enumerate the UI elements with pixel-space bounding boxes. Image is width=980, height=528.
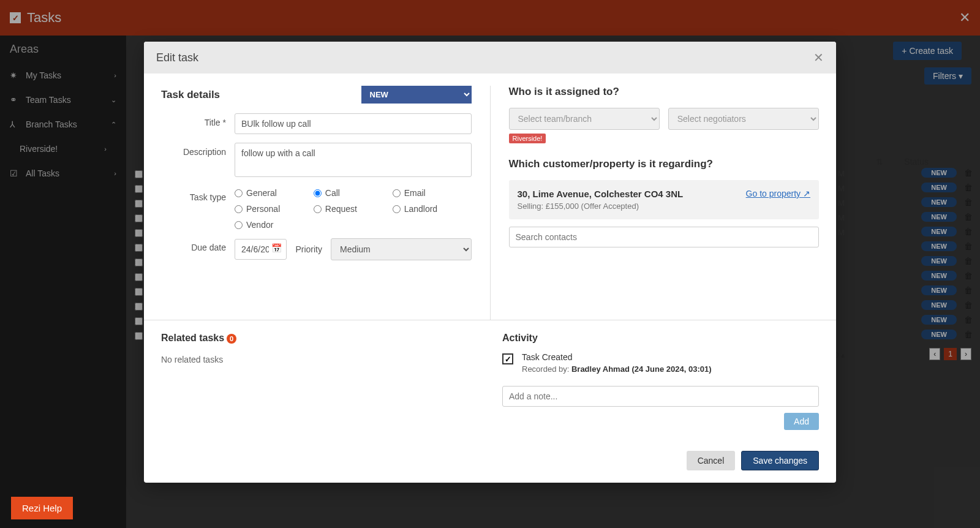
check-icon [502,353,513,364]
search-contacts-input[interactable] [509,227,820,247]
modal-title: Edit task [156,51,198,64]
property-address: 30, Lime Avenue, Colchester CO4 3NL [518,189,684,199]
assigned-heading: Who is it assigned to? [509,86,820,98]
task-type-radios: General Call Email Personal Request Land… [235,188,472,230]
radio-landlord[interactable]: Landlord [393,204,472,214]
rezi-help-button[interactable]: Rezi Help [11,497,73,519]
modal-left-column: Task details NEW Title * Description fol… [161,86,491,320]
title-field[interactable] [235,113,472,134]
radio-email[interactable]: Email [393,188,472,198]
activity-section: Activity Task Created Recorded by: Bradl… [478,333,819,430]
related-tasks-heading: Related tasks0 [161,333,478,344]
edit-task-modal: Edit task ✕ Task details NEW Title * Des… [144,42,836,483]
radio-call[interactable]: Call [314,188,393,198]
modal-close-icon[interactable]: ✕ [813,50,824,65]
no-related-text: No related tasks [161,355,478,364]
activity-heading: Activity [502,333,819,344]
property-status: Selling: £155,000 (Offer Accepted) [518,202,684,211]
save-changes-button[interactable]: Save changes [741,451,819,470]
task-status-select[interactable]: NEW [361,86,472,104]
task-type-label: Task type [161,188,235,202]
go-to-property-link[interactable]: Go to property ↗ [746,189,810,198]
priority-label: Priority [295,244,322,254]
activity-item-meta: Recorded by: Bradley Ahmad (24 June 2024… [522,364,712,374]
modal-lower: Related tasks0 No related tasks Activity… [144,320,836,442]
related-count-badge: 0 [227,334,236,344]
branch-tag[interactable]: Riverside! [509,134,546,143]
radio-general[interactable]: General [235,188,314,198]
title-label: Title * [161,113,235,127]
modal-right-column: Who is it assigned to? Select team/branc… [491,86,820,320]
priority-select[interactable]: Medium [331,238,472,260]
add-note-input[interactable] [502,386,819,407]
task-details-heading: Task details NEW [161,86,472,104]
activity-item: Task Created Recorded by: Bradley Ahmad … [502,352,819,374]
description-field[interactable]: follow up with a call [235,143,472,177]
team-branch-select[interactable]: Select team/branch [509,108,660,130]
due-date-label: Due date [161,238,235,252]
modal-body: Task details NEW Title * Description fol… [144,74,836,320]
radio-request[interactable]: Request [314,204,393,214]
cancel-button[interactable]: Cancel [687,451,736,470]
calendar-icon[interactable]: 📅 [271,243,282,253]
regarding-heading: Which customer/property is it regarding? [509,158,820,170]
modal-footer: Cancel Save changes [144,442,836,483]
activity-item-title: Task Created [522,352,712,362]
related-tasks-section: Related tasks0 No related tasks [161,333,478,430]
radio-personal[interactable]: Personal [235,204,314,214]
description-label: Description [161,143,235,157]
negotiators-select[interactable]: Select negotiators [668,108,819,130]
property-card: 30, Lime Avenue, Colchester CO4 3NL Sell… [509,180,820,219]
radio-vendor[interactable]: Vendor [235,220,314,230]
modal-header: Edit task ✕ [144,42,836,74]
add-note-button[interactable]: Add [784,413,819,430]
